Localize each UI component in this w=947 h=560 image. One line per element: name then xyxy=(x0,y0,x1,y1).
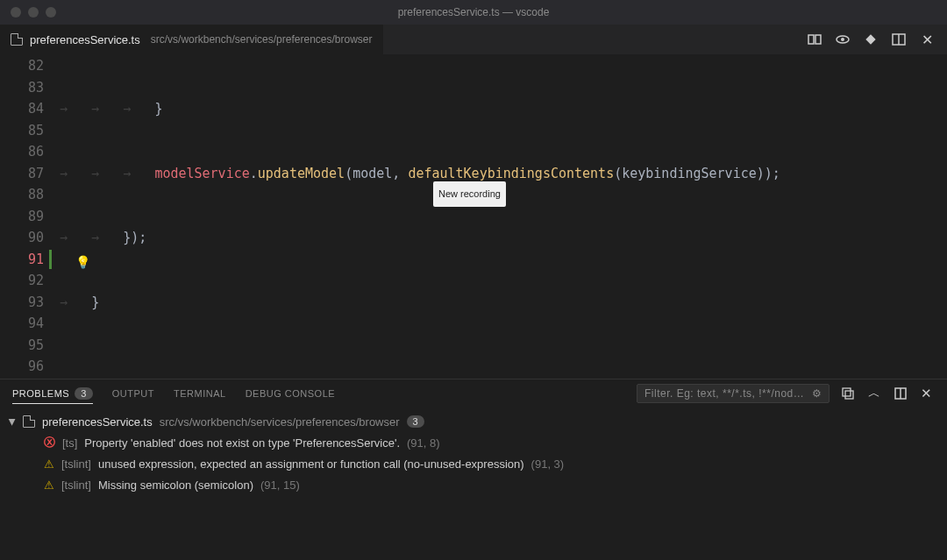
editor-tabbar: preferencesService.ts src/vs/workbench/s… xyxy=(0,25,947,55)
editor-tab[interactable]: preferencesService.ts src/vs/workbench/s… xyxy=(0,25,383,54)
problems-file-row[interactable]: ▶ preferencesService.ts src/vs/workbench… xyxy=(9,411,938,432)
filter-input[interactable]: Filter. Eg: text, **/*.ts, !**/nod… ⚙ xyxy=(637,384,830,403)
file-problem-count: 3 xyxy=(407,415,424,428)
chevron-down-icon: ▶ xyxy=(8,418,18,425)
problems-count-badge: 3 xyxy=(75,387,93,400)
eye-icon[interactable] xyxy=(835,32,851,47)
diamond-icon[interactable] xyxy=(863,32,879,47)
problem-item[interactable]: ⓧ [ts] Property 'enabled' does not exist… xyxy=(9,432,938,453)
line-gutter: 82 83 84 85 86 87 88 89 90 91 92 93 94 9… xyxy=(0,55,60,379)
window-controls xyxy=(0,7,56,18)
close-panel-icon[interactable]: ✕ xyxy=(919,386,935,401)
warning-icon: ⚠ xyxy=(44,478,54,492)
problems-file-path: src/vs/workbench/services/preferences/br… xyxy=(160,415,400,429)
tab-debug-console[interactable]: DEBUG CONSOLE xyxy=(246,388,335,399)
filter-placeholder: Filter. Eg: text, **/*.ts, !**/nod… xyxy=(644,387,804,400)
maximize-panel-icon[interactable] xyxy=(893,386,908,401)
window-title: preferencesService.ts — vscode xyxy=(398,6,550,18)
tab-output[interactable]: OUTPUT xyxy=(112,388,154,399)
bottom-panel: PROBLEMS 3 OUTPUT TERMINAL DEBUG CONSOLE… xyxy=(0,379,947,560)
problems-file-name: preferencesService.ts xyxy=(42,415,153,429)
tab-filename: preferencesService.ts xyxy=(30,33,140,46)
panel-tabbar: PROBLEMS 3 OUTPUT TERMINAL DEBUG CONSOLE… xyxy=(0,379,947,408)
gear-icon[interactable]: ⚙ xyxy=(812,387,822,400)
tooltip: New recording xyxy=(433,181,506,207)
svg-point-3 xyxy=(841,38,844,41)
svg-rect-0 xyxy=(808,35,814,44)
code-content[interactable]: → → → } → → → modelService.updateModel(m… xyxy=(60,55,947,379)
svg-rect-4 xyxy=(865,34,875,44)
zoom-window-icon[interactable] xyxy=(46,7,56,18)
warning-icon: ⚠ xyxy=(44,457,54,471)
svg-rect-8 xyxy=(845,391,853,399)
file-icon xyxy=(23,415,35,428)
tab-filepath: src/vs/workbench/services/preferences/br… xyxy=(151,33,373,46)
lightbulb-icon[interactable]: 💡 xyxy=(75,252,90,273)
more-icon[interactable]: ✕ xyxy=(919,32,935,47)
chevron-up-icon[interactable]: ︿ xyxy=(866,386,882,401)
minimize-window-icon[interactable] xyxy=(28,7,39,18)
svg-rect-1 xyxy=(815,35,821,44)
code-editor[interactable]: 💡 82 83 84 85 86 87 88 89 90 91 92 93 94… xyxy=(0,55,947,379)
titlebar: preferencesService.ts — vscode xyxy=(0,0,947,25)
compare-icon[interactable] xyxy=(807,32,822,47)
tab-terminal[interactable]: TERMINAL xyxy=(174,388,226,399)
error-icon: ⓧ xyxy=(44,435,55,450)
close-window-icon[interactable] xyxy=(11,7,21,18)
file-icon xyxy=(11,33,23,46)
split-editor-icon[interactable] xyxy=(891,32,907,47)
problem-item[interactable]: ⚠ [tslint] Missing semicolon (semicolon)… xyxy=(9,474,938,495)
collapse-all-icon[interactable] xyxy=(840,386,856,401)
problems-tree: ▶ preferencesService.ts src/vs/workbench… xyxy=(0,408,947,560)
svg-rect-7 xyxy=(843,388,851,396)
editor-actions: ✕ xyxy=(807,32,947,47)
problem-item[interactable]: ⚠ [tslint] unused expression, expected a… xyxy=(9,453,938,474)
tab-problems[interactable]: PROBLEMS 3 xyxy=(12,387,93,404)
